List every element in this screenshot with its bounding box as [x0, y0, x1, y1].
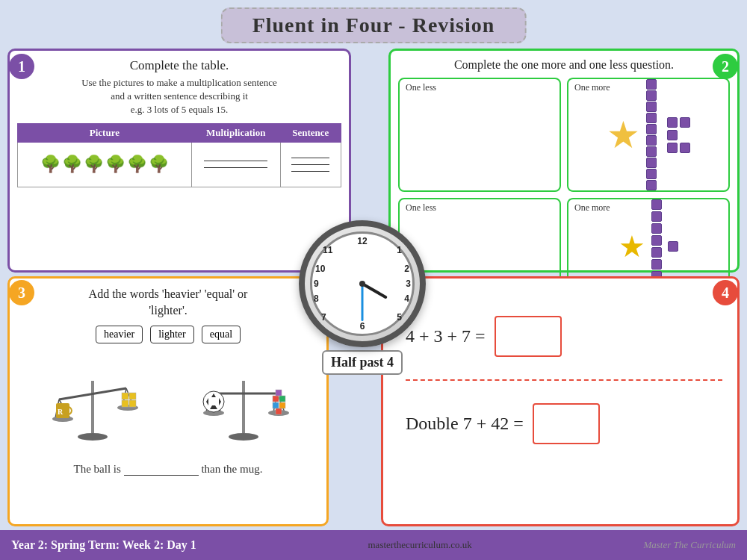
badge-3: 3 — [9, 280, 34, 305]
eq1-answer-box[interactable] — [495, 316, 562, 357]
clock-label: Half past 4 — [322, 350, 403, 375]
svg-point-16 — [229, 433, 258, 441]
q2-title: Complete the one more and one less quest… — [398, 58, 730, 72]
svg-rect-32 — [279, 402, 285, 408]
svg-rect-31 — [273, 402, 279, 408]
word-boxes: heavier lighter equal — [17, 326, 319, 343]
loose-cubes — [667, 117, 690, 153]
clock-num-9: 9 — [314, 279, 319, 289]
clock-num-3: 3 — [406, 279, 411, 289]
q3-footer: The ball is than the mug. — [17, 463, 319, 476]
svg-rect-33 — [276, 390, 282, 396]
word-lighter: lighter — [150, 326, 194, 343]
q2-label-2: One more — [574, 82, 610, 93]
star-small: ★ — [619, 229, 645, 264]
q4-equation-1: 4 + 3 + 7 = — [406, 316, 722, 357]
clock-num-12: 12 — [357, 236, 367, 246]
badge-1: 1 — [9, 54, 34, 79]
clock-num-7: 7 — [321, 312, 326, 323]
table-row: 🌳 🌳 🌳 🌳 🌳 🌳 — [18, 142, 341, 187]
tree-icon: 🌳 — [127, 155, 147, 174]
q4-equation-2: Double 7 + 42 = — [406, 403, 722, 444]
col-sentence: Sentence — [280, 123, 341, 142]
q2-label-4: One more — [574, 202, 610, 214]
svg-text:R: R — [58, 408, 63, 416]
single-cube — [668, 241, 678, 252]
clock-num-6: 6 — [360, 321, 365, 332]
tree-icon: 🌳 — [105, 155, 125, 174]
tree-icon: 🌳 — [40, 155, 61, 174]
page-title: Fluent in Four - Revision — [221, 7, 527, 43]
q2-cell-2: One more ★ — [567, 78, 730, 192]
tree-icon: 🌳 — [149, 155, 169, 174]
scale-2 — [195, 358, 292, 455]
clock-container: for(let i=0;i<60;i++){ var angle = i*6 -… — [291, 220, 433, 375]
svg-rect-34 — [276, 408, 282, 414]
badge-2: 2 — [713, 54, 738, 79]
q3-panel: Add the words 'heavier' 'equal' or'light… — [7, 276, 329, 526]
q4-panel: 4 + 3 + 7 = Double 7 + 42 = — [381, 276, 740, 526]
svg-rect-15 — [242, 381, 245, 433]
svg-rect-14 — [129, 400, 136, 407]
clock-num-11: 11 — [323, 245, 332, 255]
word-equal: equal — [202, 326, 241, 343]
tree-icon: 🌳 — [62, 155, 82, 174]
clock-num-1: 1 — [397, 245, 402, 255]
clock-center — [359, 281, 365, 287]
eq2-text: Double 7 + 42 = — [406, 414, 524, 434]
svg-rect-30 — [279, 396, 285, 402]
svg-rect-13 — [122, 400, 128, 407]
svg-rect-11 — [122, 393, 128, 399]
footer-year-term: Year 2: Spring Term: Week 2: Day 1 — [11, 538, 196, 552]
clock-num-4: 4 — [404, 293, 409, 304]
clock-inner: for(let i=0;i<60;i++){ var angle = i*6 -… — [310, 231, 415, 336]
eq2-answer-box[interactable] — [533, 403, 600, 444]
q2-cell-1: One less — [398, 78, 561, 192]
cubes-group — [646, 79, 661, 190]
multiplication-cell[interactable] — [191, 142, 280, 187]
blank-answer[interactable] — [124, 475, 199, 476]
q2-label-3: One less — [406, 202, 436, 214]
footer-website: masterthecurriculum.co.uk — [368, 539, 472, 551]
q1-instructions: Use the pictures to make a multiplicatio… — [17, 76, 341, 117]
tree-icon: 🌳 — [84, 155, 104, 174]
q1-title: Complete the table. — [17, 58, 341, 73]
picture-cell: 🌳 🌳 🌳 🌳 🌳 🌳 — [18, 142, 192, 187]
minute-hand — [362, 284, 364, 321]
col-picture: Picture — [18, 123, 192, 142]
clock-face: for(let i=0;i<60;i++){ var angle = i*6 -… — [299, 220, 426, 347]
svg-rect-0 — [91, 381, 94, 433]
clock-num-8: 8 — [314, 293, 319, 304]
scales-row: R — [17, 351, 319, 455]
scale-1: R — [44, 358, 141, 455]
q3-title: Add the words 'heavier' 'equal' or'light… — [17, 286, 319, 320]
tall-bar — [646, 79, 657, 190]
q2-label-1: One less — [406, 82, 436, 93]
q2-panel: Complete the one more and one less quest… — [388, 49, 740, 273]
footer-brand: Master The Curriculum — [643, 539, 736, 551]
footer: Year 2: Spring Term: Week 2: Day 1 maste… — [0, 530, 747, 560]
star-large: ★ — [607, 116, 640, 154]
q4-divider — [406, 379, 722, 381]
svg-rect-29 — [273, 396, 279, 402]
clock-num-10: 10 — [315, 264, 325, 274]
q1-table: Picture Multiplication Sentence 🌳 🌳 🌳 🌳 … — [17, 123, 341, 187]
word-heavier: heavier — [96, 326, 143, 343]
sentence-cell[interactable] — [280, 142, 341, 187]
badge-4: 4 — [713, 280, 738, 305]
svg-rect-12 — [129, 393, 136, 399]
svg-point-1 — [78, 433, 108, 441]
clock-num-2: 2 — [404, 264, 409, 274]
clock-num-5: 5 — [397, 312, 402, 323]
col-multiplication: Multiplication — [191, 123, 280, 142]
q2-grid: One less One more ★ One less — [398, 78, 730, 249]
